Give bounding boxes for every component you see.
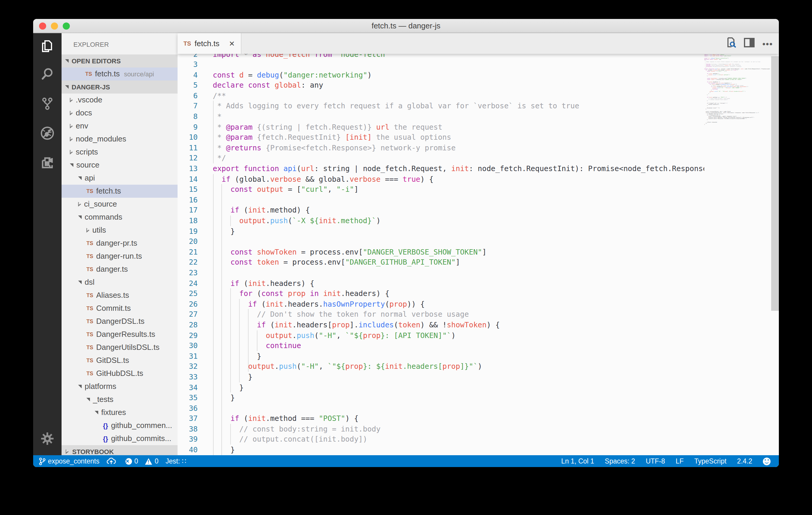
- code-line-35[interactable]: 35 }: [178, 393, 704, 403]
- code-line-12[interactable]: 12 */: [178, 153, 704, 163]
- code-line-26[interactable]: 26 if (init.headers.hasOwnProperty(prop)…: [178, 299, 704, 309]
- tree-item-github_commen...[interactable]: {}github_commen...: [62, 419, 178, 432]
- split-editor-icon[interactable]: [744, 37, 755, 50]
- tree-item-utils[interactable]: utils: [62, 224, 178, 237]
- tree-item-platforms[interactable]: platforms: [62, 380, 178, 393]
- tree-item-github_commits...[interactable]: {}github_commits...: [62, 432, 178, 445]
- open-editors-header[interactable]: OPEN EDITORS: [62, 54, 178, 67]
- storybook-header[interactable]: STORYBOOK: [62, 445, 178, 455]
- code-line-34[interactable]: 34 }: [178, 382, 704, 393]
- code-line-40[interactable]: 40 }: [178, 445, 704, 455]
- tree-item-env[interactable]: env: [62, 120, 178, 133]
- tree-item-fixtures[interactable]: fixtures: [62, 406, 178, 419]
- tree-item-scripts[interactable]: scripts: [62, 146, 178, 159]
- status-item-jest-[interactable]: Jest: ∷: [166, 457, 186, 465]
- open-editor-item-fetch.ts[interactable]: TSfetch.tssource/api: [62, 67, 178, 81]
- status-item-utf-8[interactable]: UTF-8: [646, 458, 665, 465]
- line-number: 15: [178, 184, 198, 195]
- tab-fetch-ts[interactable]: TS fetch.ts ✕: [178, 33, 241, 54]
- code-line-24[interactable]: 24 if (init.headers) {: [178, 278, 704, 288]
- tree-item-_tests[interactable]: _tests: [62, 393, 178, 406]
- status-item-smiley[interactable]: [763, 457, 773, 465]
- minimap[interactable]: import * as debug from "debug"import * a…: [704, 54, 771, 455]
- code-line-29[interactable]: 29 output.push("-H", `"${prop}: [API TOK…: [178, 330, 704, 340]
- code-line-5[interactable]: 5declare const global: any: [178, 80, 704, 91]
- open-preview-icon[interactable]: [725, 37, 736, 50]
- status-item-typescript[interactable]: TypeScript: [694, 458, 726, 465]
- tree-item-docs[interactable]: docs: [62, 107, 178, 120]
- code-line-6[interactable]: 6/**: [178, 91, 704, 101]
- code-line-16[interactable]: 16: [178, 195, 704, 205]
- tree-item-commands[interactable]: commands: [62, 211, 178, 224]
- project-header[interactable]: DANGER-JS: [62, 81, 178, 93]
- editor-scrollbar[interactable]: [771, 56, 779, 311]
- code-line-38[interactable]: 38 // const body:string = init.body: [178, 424, 704, 434]
- status-item-lf[interactable]: LF: [675, 458, 684, 465]
- code-line-30[interactable]: 30 continue: [178, 340, 704, 351]
- code-line-31[interactable]: 31 }: [178, 351, 704, 361]
- sidebar-item-explorer[interactable]: [33, 33, 62, 59]
- code-line-3[interactable]: 3: [178, 59, 704, 69]
- tree-item-danger.ts[interactable]: TSdanger.ts: [62, 263, 178, 276]
- tree-item-node_modules[interactable]: node_modules: [62, 133, 178, 146]
- tree-item-ci_source[interactable]: ci_source: [62, 198, 178, 211]
- code-line-18[interactable]: 18 output.push(`-X ${init.method}`): [178, 216, 704, 226]
- code-line-36[interactable]: 36: [178, 403, 704, 413]
- close-tab-icon[interactable]: ✕: [229, 39, 235, 48]
- code-line-23[interactable]: 23: [178, 267, 704, 278]
- status-item-0[interactable]: !0: [145, 458, 158, 465]
- title-bar[interactable]: fetch.ts — danger-js: [33, 19, 779, 33]
- tree-item-Aliases.ts[interactable]: TSAliases.ts: [62, 289, 178, 302]
- status-item-0[interactable]: ✕0: [125, 458, 138, 465]
- code-line-37[interactable]: 37 if (init.method === "POST") {: [178, 413, 704, 424]
- code-line-21[interactable]: 21 const showToken = process.env["DANGER…: [178, 247, 704, 257]
- code-line-27[interactable]: 27 // Don't show the token for normal ve…: [178, 309, 704, 320]
- code-line-13[interactable]: 13export function api(url: string | node…: [178, 163, 704, 174]
- more-actions-icon[interactable]: •••: [762, 39, 773, 48]
- sidebar-item-source-control[interactable]: [33, 89, 62, 118]
- tree-item-danger-run.ts[interactable]: TSdanger-run.ts: [62, 250, 178, 263]
- sidebar-item-extensions[interactable]: [33, 148, 62, 178]
- tree-item-DangerResults.ts[interactable]: TSDangerResults.ts: [62, 328, 178, 341]
- sidebar-item-debug[interactable]: [33, 118, 62, 148]
- code-line-25[interactable]: 25 for (const prop in init.headers) {: [178, 288, 704, 298]
- tree-item-.vscode[interactable]: .vscode: [62, 93, 178, 107]
- code-line-22[interactable]: 22 const token = process.env["DANGER_GIT…: [178, 257, 704, 267]
- status-item-spaces-2[interactable]: Spaces: 2: [605, 458, 635, 465]
- tree-item-api[interactable]: api: [62, 172, 178, 185]
- manage-button[interactable]: [33, 432, 62, 448]
- tree-item-danger-pr.ts[interactable]: TSdanger-pr.ts: [62, 237, 178, 250]
- code-line-17[interactable]: 17 if (init.method) {: [178, 205, 704, 216]
- code-line-28[interactable]: 28 if (init.headers[prop].includes(token…: [178, 320, 704, 330]
- tree-item-GitHubDSL.ts[interactable]: TSGitHubDSL.ts: [62, 367, 178, 380]
- status-item-expose-contents[interactable]: expose_contents: [39, 457, 99, 465]
- code-line-15[interactable]: 15 const output = ["curl", "-i"]: [178, 184, 704, 195]
- code-editor[interactable]: 2import * as node_fetch from "node-fetch…: [178, 54, 779, 455]
- code-line-8[interactable]: 8 *: [178, 111, 704, 122]
- tree-item-DangerDSL.ts[interactable]: TSDangerDSL.ts: [62, 315, 178, 328]
- code-line-11[interactable]: 11 * @returns {Promise<fetch.Response>} …: [178, 143, 704, 153]
- code-line-19[interactable]: 19 }: [178, 226, 704, 236]
- tree-item-fetch.ts[interactable]: TSfetch.ts: [62, 185, 178, 198]
- code-text: if (init.headers.hasOwnProperty(prop)) {: [198, 299, 704, 309]
- tree-item-Commit.ts[interactable]: TSCommit.ts: [62, 302, 178, 315]
- status-item-ln-1-col-1[interactable]: Ln 1, Col 1: [561, 458, 594, 465]
- code-line-9[interactable]: 9 * @param {(string | fetch.Request)} ur…: [178, 122, 704, 132]
- code-line-32[interactable]: 32 output.push("-H", `"${prop}: ${init.h…: [178, 362, 704, 372]
- code-line-39[interactable]: 39 // output.concat([init.body]): [178, 434, 704, 445]
- code-line-7[interactable]: 7 * Adds logging to every fetch request …: [178, 101, 704, 111]
- code-line-14[interactable]: 14 if (global.verbose && global.verbose …: [178, 174, 704, 184]
- line-number: 6: [178, 91, 198, 101]
- sidebar-item-search[interactable]: [33, 59, 62, 89]
- tree-item-GitDSL.ts[interactable]: TSGitDSL.ts: [62, 354, 178, 367]
- code-line-10[interactable]: 10 * @param {fetch.RequestInit} [init] t…: [178, 132, 704, 143]
- status-item-2-4-2[interactable]: 2.4.2: [737, 458, 752, 465]
- code-line-2[interactable]: 2import * as node_fetch from "node-fetch…: [178, 54, 704, 59]
- code-line-4[interactable]: 4const d = debug("danger:networking"): [178, 69, 704, 80]
- code-line-33[interactable]: 33 }: [178, 372, 704, 382]
- tree-item-DangerUtilsDSL.ts[interactable]: TSDangerUtilsDSL.ts: [62, 341, 178, 354]
- status-item-cloud[interactable]: [107, 458, 118, 465]
- tree-item-dsl[interactable]: dsl: [62, 276, 178, 289]
- code-line-20[interactable]: 20: [178, 236, 704, 247]
- tree-item-source[interactable]: source: [62, 159, 178, 172]
